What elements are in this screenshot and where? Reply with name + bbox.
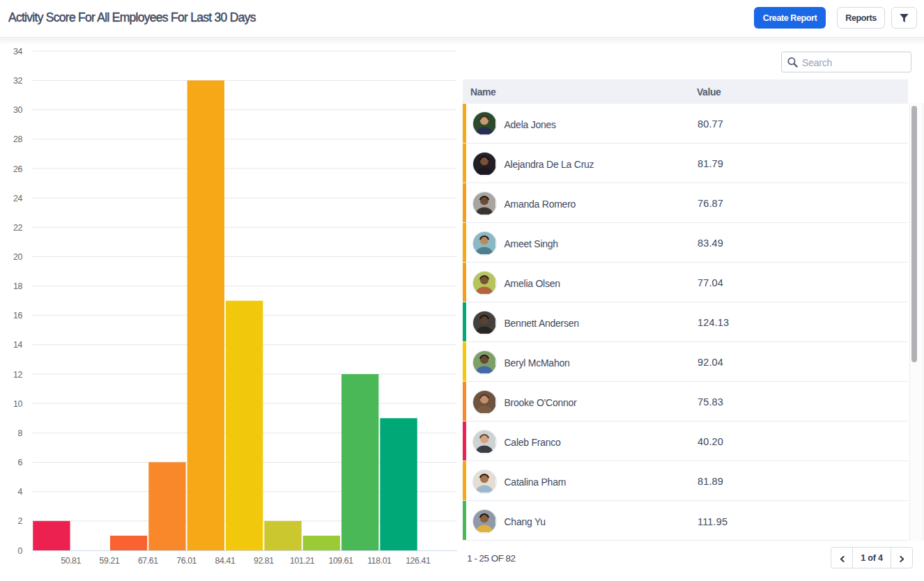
svg-text:126.41: 126.41 — [406, 556, 431, 566]
svg-text:26: 26 — [13, 164, 22, 174]
svg-text:4: 4 — [18, 487, 23, 497]
svg-text:101.21: 101.21 — [290, 556, 315, 566]
svg-text:30: 30 — [13, 105, 22, 115]
svg-text:50.81: 50.81 — [61, 556, 81, 566]
svg-text:12: 12 — [13, 370, 22, 380]
svg-text:76.01: 76.01 — [176, 556, 197, 566]
svg-text:2: 2 — [18, 516, 23, 526]
svg-text:109.61: 109.61 — [328, 556, 353, 566]
svg-text:22: 22 — [13, 223, 22, 233]
svg-text:67.61: 67.61 — [138, 556, 158, 566]
svg-text:16: 16 — [13, 311, 22, 320]
svg-text:24: 24 — [13, 194, 22, 203]
svg-text:10: 10 — [13, 399, 22, 409]
svg-text:59.21: 59.21 — [100, 556, 120, 566]
svg-text:8: 8 — [18, 428, 23, 438]
svg-text:118.01: 118.01 — [367, 556, 392, 566]
svg-text:20: 20 — [13, 252, 22, 262]
svg-text:32: 32 — [13, 76, 22, 86]
svg-text:0: 0 — [18, 546, 23, 556]
svg-text:14: 14 — [13, 340, 22, 350]
svg-text:18: 18 — [13, 281, 22, 291]
svg-text:6: 6 — [18, 458, 23, 467]
svg-text:34: 34 — [13, 47, 22, 56]
svg-text:28: 28 — [13, 134, 22, 144]
svg-text:92.81: 92.81 — [254, 556, 274, 566]
svg-text:84.41: 84.41 — [215, 556, 236, 566]
